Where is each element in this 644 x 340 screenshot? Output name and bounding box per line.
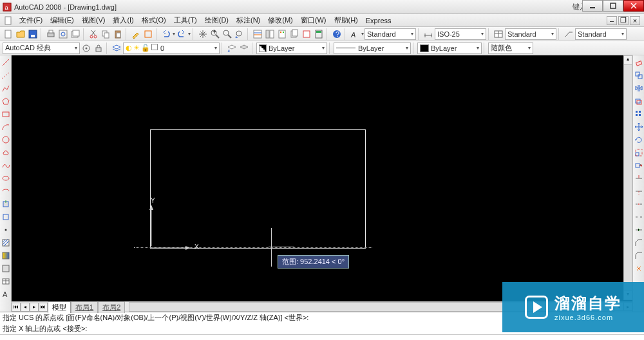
redo-icon[interactable]	[176, 28, 187, 40]
polyline-icon[interactable]	[1, 82, 11, 94]
tool-palettes-icon[interactable]	[276, 28, 288, 40]
layer-states-icon[interactable]	[238, 42, 250, 54]
scale-icon[interactable]	[634, 147, 644, 158]
layer-manager-icon[interactable]	[111, 42, 122, 54]
sheet-set-icon[interactable]	[289, 28, 300, 40]
publish-icon[interactable]	[70, 28, 81, 40]
zoom-window-icon[interactable]	[222, 28, 233, 40]
lineweight-dropdown[interactable]: ByLayer▾	[417, 42, 482, 54]
tab-model[interactable]: 模型	[48, 301, 71, 313]
help-icon[interactable]: ?	[331, 28, 343, 40]
offset-icon[interactable]	[634, 95, 644, 107]
tab-layout2[interactable]: 布局2	[98, 301, 125, 313]
block-editor-icon[interactable]	[142, 28, 154, 40]
dim-style-dropdown[interactable]: ISO-25▾	[435, 28, 486, 40]
revision-cloud-icon[interactable]	[1, 147, 11, 158]
table-style-dropdown[interactable]: Standard▾	[505, 28, 556, 40]
line-icon[interactable]	[1, 57, 11, 68]
mleader-style-dropdown[interactable]: Standard▾	[575, 28, 627, 40]
circle-icon[interactable]	[1, 134, 11, 146]
print-icon[interactable]	[45, 28, 57, 40]
tab-next-icon[interactable]: ▸	[30, 303, 39, 312]
arc-icon[interactable]	[1, 121, 11, 133]
join-icon[interactable]	[634, 224, 644, 236]
layer-previous-icon[interactable]	[226, 42, 238, 54]
polygon-icon[interactable]	[1, 95, 11, 107]
calc-icon[interactable]	[313, 28, 325, 40]
menu-dimension[interactable]: 标注(N)	[232, 14, 264, 26]
menu-draw[interactable]: 绘图(D)	[201, 14, 232, 26]
spline-icon[interactable]	[1, 160, 11, 171]
minimize-button[interactable]	[582, 0, 603, 12]
table-style-icon[interactable]	[493, 28, 504, 40]
explode-icon[interactable]	[634, 263, 644, 274]
undo-icon[interactable]	[160, 28, 172, 40]
linetype-dropdown[interactable]: ByLayer▾	[334, 42, 411, 54]
menu-file[interactable]: 文件(F)	[15, 14, 46, 26]
zoom-realtime-icon[interactable]: +	[209, 28, 221, 40]
rotate-icon[interactable]	[634, 134, 644, 146]
copy-object-icon[interactable]	[634, 70, 644, 81]
text-style-dropdown[interactable]: Standard▾	[365, 28, 416, 40]
menu-help[interactable]: 帮助(H)	[330, 14, 362, 26]
match-properties-icon[interactable]	[130, 28, 142, 40]
markup-icon[interactable]	[301, 28, 312, 40]
make-block-icon[interactable]	[1, 211, 11, 223]
hatch-icon[interactable]	[1, 237, 11, 249]
command-input[interactable]	[0, 335, 644, 340]
insert-block-icon[interactable]	[1, 198, 11, 210]
mdi-close[interactable]: ×	[630, 16, 640, 25]
close-button[interactable]	[623, 0, 644, 12]
mdi-restore[interactable]: ❐	[618, 16, 629, 25]
vscroll[interactable]: ▴ ▾	[623, 55, 632, 300]
workspace-settings-icon[interactable]	[80, 42, 92, 54]
dim-style-icon[interactable]	[422, 28, 434, 40]
color-dropdown[interactable]: ByLayer▾	[256, 42, 327, 54]
cut-icon[interactable]	[88, 28, 99, 40]
stretch-icon[interactable]	[634, 160, 644, 171]
break-icon[interactable]	[634, 211, 644, 223]
plotstyle-dropdown[interactable]: 随颜色▾	[488, 42, 533, 54]
tab-last-icon[interactable]: ⏭	[39, 303, 48, 312]
save-icon[interactable]	[27, 28, 39, 40]
ellipse-arc-icon[interactable]	[1, 185, 11, 197]
workspace-lock-icon[interactable]	[93, 42, 104, 54]
erase-icon[interactable]	[634, 57, 644, 68]
copy-icon[interactable]	[100, 28, 111, 40]
menu-express[interactable]: Express	[362, 15, 395, 26]
new-icon[interactable]	[3, 28, 14, 40]
table-icon[interactable]	[1, 276, 11, 287]
tab-prev-icon[interactable]: ◂	[21, 303, 30, 312]
open-icon[interactable]	[15, 28, 26, 40]
extend-icon[interactable]	[634, 185, 644, 197]
mleader-style-icon[interactable]	[563, 28, 574, 40]
layer-dropdown[interactable]: ◐ ☀ 🔓 0 ▾	[123, 42, 220, 54]
tab-layout1[interactable]: 布局1	[71, 301, 98, 313]
plot-preview-icon[interactable]	[57, 28, 69, 40]
menu-tools[interactable]: 工具(T)	[170, 14, 201, 26]
vscroll-up-icon[interactable]: ▴	[624, 56, 632, 65]
tab-first-icon[interactable]: ⏮	[12, 303, 21, 312]
pan-icon[interactable]	[197, 28, 209, 40]
region-icon[interactable]	[1, 263, 11, 274]
design-center-icon[interactable]	[264, 28, 276, 40]
maximize-button[interactable]	[603, 0, 623, 12]
menu-modify[interactable]: 修改(M)	[264, 14, 297, 26]
fillet-icon[interactable]	[634, 250, 644, 261]
rectangle-icon[interactable]	[1, 108, 11, 120]
workspace-dropdown[interactable]: AutoCAD 经典▾	[3, 42, 80, 54]
menu-insert[interactable]: 插入(I)	[109, 14, 137, 26]
ellipse-icon[interactable]	[1, 173, 11, 184]
gradient-icon[interactable]	[1, 250, 11, 261]
mtext-icon[interactable]: A	[1, 288, 11, 300]
drawing-canvas[interactable]: Y X 范围: 952.2414 < 0°	[12, 55, 632, 301]
zoom-previous-icon[interactable]	[234, 28, 245, 40]
menu-edit[interactable]: 编辑(E)	[46, 14, 78, 26]
properties-icon[interactable]	[252, 28, 263, 40]
move-icon[interactable]	[634, 121, 644, 133]
chamfer-icon[interactable]	[634, 237, 644, 249]
paste-icon[interactable]	[112, 28, 124, 40]
mdi-minimize[interactable]: –	[607, 16, 617, 25]
break-at-point-icon[interactable]	[634, 198, 644, 210]
trim-icon[interactable]	[634, 173, 644, 184]
